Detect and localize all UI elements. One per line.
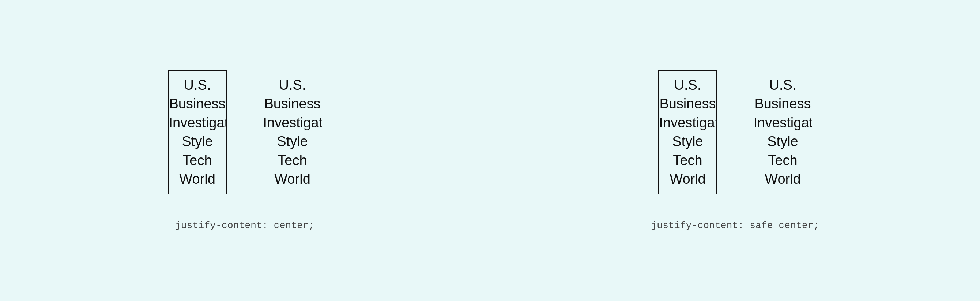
right-caption: justify-content: safe center; [651, 220, 819, 231]
page-wrapper: U.S. Business Investigations Style Tech … [0, 0, 980, 301]
list-item: Business [753, 94, 812, 114]
right-lists-row: U.S. Business Investigations Style Tech … [658, 70, 812, 194]
list-item: Style [169, 132, 226, 151]
list-item: Style [263, 132, 322, 151]
list-item: World [753, 170, 812, 189]
left-free-list: U.S. Business Investigations Style Tech … [263, 70, 322, 194]
list-item: Tech [659, 151, 716, 170]
right-demo-section: U.S. Business Investigations Style Tech … [651, 70, 819, 231]
right-bordered-list: U.S. Business Investigations Style Tech … [658, 70, 717, 194]
right-free-list: U.S. Business Investigations Style Tech … [753, 70, 812, 194]
list-item: World [169, 170, 226, 189]
left-half: U.S. Business Investigations Style Tech … [0, 0, 490, 301]
right-half: U.S. Business Investigations Style Tech … [490, 0, 980, 301]
list-item: U.S. [753, 76, 812, 95]
list-item: Tech [169, 151, 226, 170]
list-item: World [263, 170, 322, 189]
list-item: Business [659, 94, 716, 114]
left-bordered-list: U.S. Business Investigations Style Tech … [168, 70, 227, 194]
list-item: U.S. [169, 76, 226, 95]
list-item: World [659, 170, 716, 189]
list-item: U.S. [263, 76, 322, 95]
list-item: Investigations [169, 114, 226, 133]
left-demo-section: U.S. Business Investigations Style Tech … [168, 70, 322, 231]
list-item: Tech [753, 151, 812, 170]
list-item: Business [169, 94, 226, 114]
list-item: Tech [263, 151, 322, 170]
list-item: Style [659, 132, 716, 151]
list-item: Style [753, 132, 812, 151]
list-item: U.S. [659, 76, 716, 95]
list-item: Investigations [659, 114, 716, 133]
list-item: Investigations [753, 114, 812, 133]
list-item: Investigations [263, 114, 322, 133]
list-item: Business [263, 94, 322, 114]
left-lists-row: U.S. Business Investigations Style Tech … [168, 70, 322, 194]
left-caption: justify-content: center; [175, 220, 315, 231]
